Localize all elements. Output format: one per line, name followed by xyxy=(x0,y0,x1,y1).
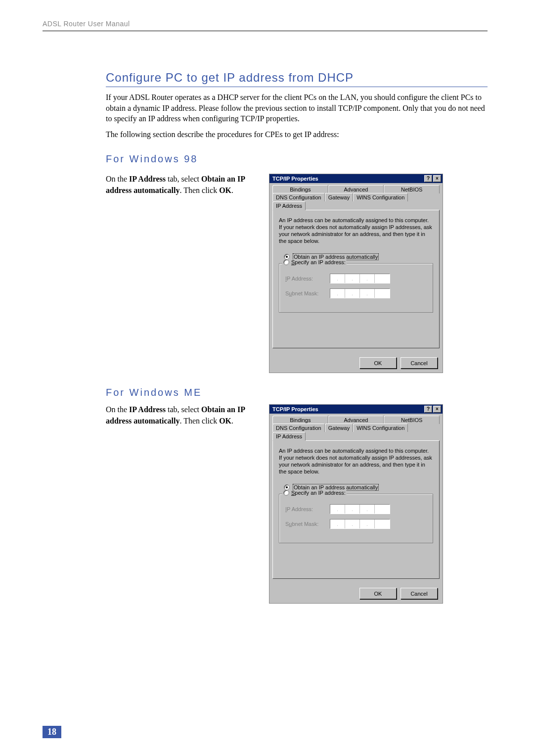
tab-netbios[interactable]: NetBIOS xyxy=(384,416,440,424)
tab-gateway[interactable]: Gateway xyxy=(325,193,353,201)
dialog-titlebar: TCP/IP Properties ? × xyxy=(269,174,443,183)
dialog-info-text: An IP address can be automatically assig… xyxy=(279,217,433,244)
help-icon[interactable]: ? xyxy=(424,175,432,182)
tab-dns-configuration[interactable]: DNS Configuration xyxy=(272,424,325,432)
tab-wins-configuration[interactable]: WINS Configuration xyxy=(353,424,408,432)
input-ip-address[interactable]: ... xyxy=(330,504,390,514)
dialog-titlebar: TCP/IP Properties ? × xyxy=(269,405,443,414)
instruction-win98: On the IP Address tab, select Obtain an … xyxy=(106,174,259,196)
tcp-ip-properties-dialog-winme: TCP/IP Properties ? × Bindings Advanced … xyxy=(269,404,443,604)
tab-dns-configuration[interactable]: DNS Configuration xyxy=(272,193,325,201)
section-title: Configure PC to get IP address from DHCP xyxy=(106,71,488,87)
tab-bindings[interactable]: Bindings xyxy=(272,185,328,193)
cancel-button[interactable]: Cancel xyxy=(400,357,438,369)
input-subnet-mask[interactable]: ... xyxy=(330,519,390,529)
label-specify-ip: Specify an IP address: xyxy=(291,490,346,496)
tab-advanced[interactable]: Advanced xyxy=(328,416,384,424)
tab-bindings[interactable]: Bindings xyxy=(272,416,328,424)
input-ip-address[interactable]: ... xyxy=(330,274,390,284)
tab-gateway[interactable]: Gateway xyxy=(325,424,353,432)
header-rule xyxy=(43,31,488,31)
tab-ip-address[interactable]: IP Address xyxy=(272,432,306,441)
label-specify-ip: Specify an IP address: xyxy=(291,259,346,265)
tab-advanced[interactable]: Advanced xyxy=(328,185,384,193)
label-subnet-mask: Subnet Mask: xyxy=(285,290,330,296)
tab-ip-address[interactable]: IP Address xyxy=(272,201,306,210)
tcp-ip-properties-dialog-win98: TCP/IP Properties ? × Bindings Advanced … xyxy=(269,174,443,373)
dialog-info-text: An IP address can be automatically assig… xyxy=(279,448,433,475)
label-ip-address: IP Address: xyxy=(285,506,330,512)
ok-button[interactable]: OK xyxy=(359,588,397,599)
input-subnet-mask[interactable]: ... xyxy=(330,288,390,298)
heading-win98: For Windows 98 xyxy=(106,153,488,165)
radio-specify-ip[interactable] xyxy=(283,259,289,265)
dialog-title: TCP/IP Properties xyxy=(272,406,424,412)
ok-button[interactable]: OK xyxy=(359,357,397,369)
tab-wins-configuration[interactable]: WINS Configuration xyxy=(353,193,408,201)
radio-specify-ip[interactable] xyxy=(283,490,289,496)
page-number: 18 xyxy=(43,726,61,738)
close-icon[interactable]: × xyxy=(433,175,441,182)
running-header: ADSL Router User Manaul xyxy=(43,20,488,30)
intro-paragraph-2: The following section describe the proce… xyxy=(106,129,488,140)
label-ip-address: IP Address: xyxy=(285,276,330,282)
help-icon[interactable]: ? xyxy=(424,406,432,413)
cancel-button[interactable]: Cancel xyxy=(400,588,438,599)
label-subnet-mask: Subnet Mask: xyxy=(285,521,330,527)
instruction-winme: On the IP Address tab, select Obtain an … xyxy=(106,404,259,426)
dialog-title: TCP/IP Properties xyxy=(272,176,424,182)
tab-netbios[interactable]: NetBIOS xyxy=(384,185,440,193)
close-icon[interactable]: × xyxy=(433,406,441,413)
intro-paragraph-1: If your ADSL Router operates as a DHCP s… xyxy=(106,92,488,124)
heading-winme: For Windows ME xyxy=(106,387,488,398)
